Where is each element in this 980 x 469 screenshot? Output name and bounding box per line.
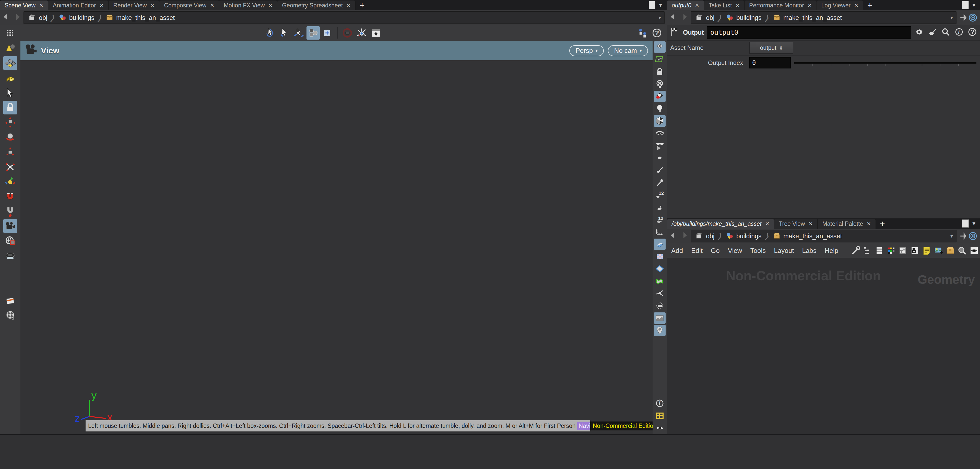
glasses-play-toggle[interactable] (654, 140, 666, 151)
add-tab-button[interactable]: + (863, 0, 877, 10)
pane-menu-icon[interactable]: ▼ (971, 221, 977, 227)
netmenu-tools[interactable]: Tools (746, 247, 770, 255)
point-trail-toggle[interactable] (654, 177, 666, 188)
pin-icon[interactable] (959, 13, 968, 22)
swatches-button[interactable] (897, 245, 908, 256)
help-button[interactable]: ? (650, 26, 663, 40)
pose-tool-button[interactable] (3, 160, 17, 174)
breadcrumb-item[interactable]: buildings (56, 14, 97, 22)
close-tab-icon[interactable]: ✕ (854, 2, 858, 8)
right-tab[interactable]: Log Viewer✕ (817, 0, 863, 10)
close-tab-icon[interactable]: ✕ (808, 2, 812, 8)
asset-name-dropdown[interactable]: output ▲▼ (749, 42, 793, 54)
back-button[interactable] (669, 231, 677, 242)
no-cam-button[interactable]: No cam▾ (608, 45, 648, 56)
lens-button[interactable] (3, 249, 17, 262)
headlight-toggle[interactable] (654, 91, 666, 102)
breadcrumb-item[interactable]: obj (693, 232, 717, 240)
desktop-layout-button[interactable] (636, 26, 649, 40)
notes-button[interactable] (3, 294, 17, 308)
close-tab-icon[interactable]: ✕ (765, 221, 770, 227)
path-field[interactable]: obj❭buildings❭make_this_an_asset▾ (690, 230, 956, 242)
ladle-icon[interactable] (928, 27, 938, 38)
prim-plane-toggle[interactable] (654, 238, 666, 250)
flipbook-reel-button[interactable] (3, 308, 17, 323)
eye-toggle[interactable] (654, 423, 666, 434)
spinner-arrows-icon[interactable]: ▲▼ (780, 45, 783, 51)
objects-mode-button[interactable] (3, 41, 17, 55)
quad-view-toggle[interactable] (654, 410, 666, 421)
back-button[interactable] (669, 13, 677, 23)
pane-maximize-icon[interactable] (962, 1, 969, 9)
netmenu-edit[interactable]: Edit (687, 247, 707, 255)
move-tool-button[interactable] (3, 116, 17, 129)
path-dropdown-icon[interactable]: ▾ (950, 233, 956, 239)
list-button[interactable] (874, 245, 885, 256)
breadcrumb-item[interactable]: make_this_an_asset (770, 232, 845, 240)
bulb-toggle[interactable] (654, 103, 666, 114)
dashed-circle-toggle[interactable] (654, 300, 666, 312)
netbox-button[interactable] (909, 245, 920, 256)
output-index-slider[interactable] (794, 57, 977, 68)
forward-button[interactable] (680, 13, 689, 23)
output-flag-icon[interactable] (670, 27, 680, 38)
glasses-toggle[interactable] (654, 128, 666, 139)
lock-toggle[interactable] (654, 66, 666, 77)
lights-off-toggle[interactable] (654, 78, 666, 90)
pane-maximize-icon[interactable] (962, 219, 969, 227)
info-toggle[interactable]: i (654, 398, 666, 409)
box-select-button[interactable] (307, 26, 320, 40)
ref-plane-toggle[interactable] (654, 41, 666, 52)
close-tab-icon[interactable]: ✕ (809, 221, 813, 227)
scene-viewport-3d[interactable] (21, 41, 652, 434)
normals-diamond-toggle[interactable] (654, 263, 666, 274)
mid-tab[interactable]: Tree View✕ (774, 219, 818, 229)
close-tab-icon[interactable]: ✕ (735, 2, 740, 8)
info-icon[interactable]: i (954, 27, 964, 38)
path-field[interactable]: obj❭buildings❭make_this_an_asset▾ (24, 11, 665, 24)
right-tab[interactable]: Take List✕ (704, 0, 745, 10)
note-button[interactable] (921, 245, 932, 256)
render-spider-button[interactable] (355, 26, 368, 40)
interrupt-button[interactable] (341, 26, 354, 40)
set-view-button[interactable] (3, 234, 17, 248)
point-numbers-toggle[interactable]: 12 (654, 189, 666, 200)
radar-icon[interactable] (968, 13, 978, 23)
shade-cube-toggle[interactable] (654, 115, 666, 126)
pane-maximize-icon[interactable] (649, 1, 655, 9)
left-tab[interactable]: Composite View✕ (159, 0, 219, 10)
help-icon[interactable]: ? (967, 27, 977, 38)
background-image-toggle[interactable] (654, 312, 666, 324)
snapshot-pin-toggle[interactable] (654, 325, 666, 336)
asset-box-button[interactable] (945, 245, 956, 256)
hull-toggle[interactable] (654, 226, 666, 237)
breadcrumb-item[interactable]: obj (693, 14, 717, 22)
netmenu-view[interactable]: View (724, 247, 746, 255)
camera-tool-button[interactable] (3, 219, 17, 233)
radar-icon[interactable] (968, 231, 978, 241)
dots-grid-icon[interactable] (5, 28, 15, 38)
left-tab[interactable]: Render View✕ (108, 0, 159, 10)
extrude-mode-button[interactable] (3, 71, 17, 85)
persp-button[interactable]: Persp▾ (569, 45, 604, 56)
netmenu-help[interactable]: Help (821, 247, 842, 255)
right-tab[interactable]: Performance Monitor✕ (745, 0, 817, 10)
prim-marker-toggle[interactable] (654, 202, 666, 213)
wrench-button[interactable] (850, 245, 861, 256)
primitives-mode-button[interactable] (3, 56, 17, 70)
breadcrumb-item[interactable]: buildings (723, 14, 764, 22)
add-tab-button[interactable]: + (876, 218, 889, 229)
netmenu-go[interactable]: Go (707, 247, 724, 255)
path-field[interactable]: obj❭buildings❭make_this_an_asset▾ (690, 11, 956, 24)
tree-button[interactable] (862, 245, 873, 256)
network-editor[interactable]: Non-Commercial Edition Geometry (667, 258, 980, 434)
close-tab-icon[interactable]: ✕ (150, 2, 155, 8)
pane-menu-icon[interactable]: ▼ (658, 2, 663, 8)
breadcrumb-item[interactable]: obj (25, 14, 50, 22)
left-tab[interactable]: Animation Editor✕ (48, 0, 109, 10)
select-cursor-button[interactable] (278, 26, 291, 40)
path-dropdown-icon[interactable]: ▾ (659, 14, 664, 21)
node-name-input[interactable]: output0 (707, 26, 911, 38)
gear-icon[interactable] (914, 27, 924, 38)
uv-frame-toggle[interactable] (654, 54, 666, 65)
